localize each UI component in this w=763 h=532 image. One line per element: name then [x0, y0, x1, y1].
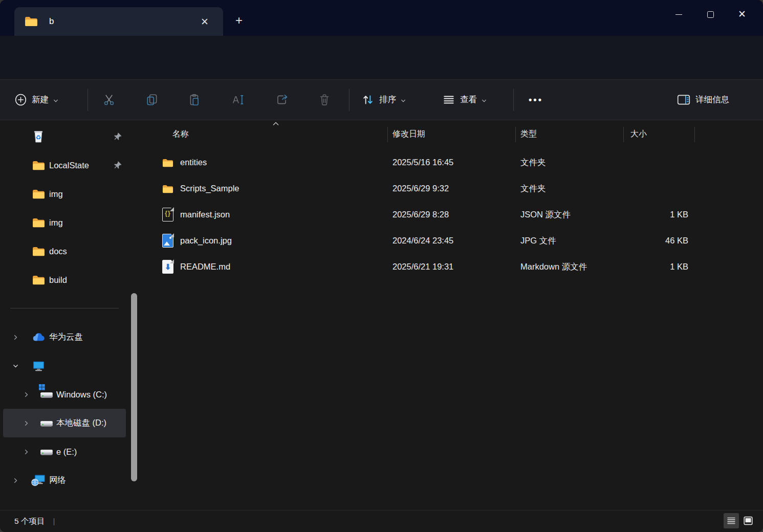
- file-size: 46 KB: [623, 236, 694, 246]
- copy-icon: [145, 93, 159, 106]
- new-button[interactable]: 新建: [14, 80, 58, 120]
- list-view-icon: [726, 515, 737, 526]
- file-size: 1 KB: [623, 262, 694, 272]
- chevron-right-icon[interactable]: [13, 478, 18, 483]
- sidebar-item-label: img: [49, 218, 63, 228]
- sort-button[interactable]: 排序: [361, 80, 406, 120]
- folder-icon: [32, 189, 45, 199]
- sidebar-item-label: LocalState: [49, 161, 89, 170]
- maximize-button[interactable]: [694, 0, 726, 29]
- file-explorer-window: b ✕ + ✕ ··· AddOn ModSAPI-Sample b: [0, 0, 763, 532]
- thumbnail-view-icon: [743, 515, 754, 526]
- new-tab-button[interactable]: +: [235, 13, 243, 28]
- window-controls: ✕: [663, 0, 758, 29]
- chevron-down-icon[interactable]: [13, 363, 18, 369]
- file-name: README.md: [180, 262, 230, 272]
- column-header-name[interactable]: 名称: [143, 123, 387, 145]
- column-label: 修改日期: [393, 129, 425, 140]
- sidebar-item-docs[interactable]: docs: [0, 237, 127, 265]
- minimize-button[interactable]: [663, 0, 694, 29]
- clipboard-icon: [188, 93, 201, 106]
- icons-view-toggle[interactable]: [740, 513, 756, 528]
- column-label: 大小: [630, 129, 647, 140]
- column-label: 类型: [520, 129, 537, 140]
- this-pc-monitor-icon: [32, 360, 45, 372]
- share-icon: [275, 93, 289, 106]
- details-pane-button[interactable]: 详细信息: [677, 80, 729, 120]
- sidebar-item-this-pc[interactable]: [0, 351, 127, 380]
- cut-button[interactable]: [99, 90, 119, 110]
- drive-icon: [39, 416, 54, 430]
- column-divider[interactable]: [623, 127, 624, 142]
- close-button[interactable]: ✕: [726, 0, 758, 29]
- share-button[interactable]: [272, 90, 292, 110]
- paste-button[interactable]: [184, 90, 205, 110]
- column-header-type[interactable]: 类型: [515, 123, 623, 145]
- copy-button[interactable]: [142, 90, 162, 110]
- column-header-size[interactable]: 大小: [623, 123, 694, 145]
- chevron-right-icon[interactable]: [24, 392, 29, 397]
- more-options-button[interactable]: •••: [526, 90, 546, 110]
- markdown-file-icon: ⬇: [162, 260, 173, 274]
- scissors-icon: [102, 93, 116, 106]
- file-name: entities: [180, 158, 207, 167]
- view-lines-icon: [442, 93, 455, 106]
- column-divider[interactable]: [694, 127, 695, 142]
- details-button-label: 详细信息: [695, 94, 729, 105]
- file-row-readme-md[interactable]: ⬇ README.md 2025/6/21 19:31 Markdown 源文件…: [143, 254, 763, 280]
- sidebar-item-img[interactable]: img: [0, 180, 127, 208]
- file-row-scripts-sample[interactable]: Scripts_Sample 2025/6/29 9:32 文件夹: [143, 175, 763, 202]
- file-row-manifest-json[interactable]: {} manifest.json 2025/6/29 8:28 JSON 源文件…: [143, 202, 763, 228]
- chevron-right-icon[interactable]: [24, 449, 29, 455]
- file-date: 2025/6/29 8:28: [387, 210, 515, 219]
- plus-circle-icon: [14, 93, 27, 106]
- folder-icon: [162, 184, 173, 194]
- chevron-right-icon[interactable]: [24, 420, 29, 426]
- chevron-down-icon: [401, 98, 406, 103]
- file-list: 名称 修改日期 类型 大小 entities 2025/5/16 16:45 文…: [143, 121, 763, 511]
- file-name: Scripts_Sample: [180, 184, 239, 193]
- sidebar-item-label: img: [49, 189, 63, 199]
- delete-button[interactable]: [314, 90, 335, 110]
- titlebar: b ✕ + ✕: [0, 0, 763, 36]
- file-size: 1 KB: [623, 210, 694, 219]
- column-divider[interactable]: [515, 127, 516, 142]
- chevron-right-icon[interactable]: [13, 335, 18, 340]
- column-header-date[interactable]: 修改日期: [387, 123, 515, 145]
- file-type: 文件夹: [515, 157, 623, 168]
- tab-title: b: [49, 16, 54, 27]
- sidebar-item-network[interactable]: 网络: [0, 466, 127, 495]
- details-view-toggle[interactable]: [724, 513, 739, 528]
- recycle-bin-icon: [32, 130, 45, 143]
- tab-close-icon[interactable]: ✕: [197, 15, 213, 29]
- file-type: 文件夹: [515, 183, 623, 194]
- chevron-down-icon: [482, 98, 487, 103]
- folder-icon: [25, 16, 38, 27]
- item-count: 5 个项目: [14, 516, 45, 527]
- sidebar-item-build[interactable]: build: [0, 265, 127, 294]
- folder-icon: [32, 275, 45, 285]
- sidebar-scrollbar[interactable]: [131, 293, 137, 481]
- column-divider[interactable]: [387, 127, 388, 142]
- folder-icon: [162, 158, 173, 168]
- file-row-entities[interactable]: entities 2025/5/16 16:45 文件夹: [143, 149, 763, 175]
- file-row-pack-icon-jpg[interactable]: pack_icon.jpg 2024/6/24 23:45 JPG 文件 46 …: [143, 228, 763, 254]
- rename-button[interactable]: [228, 90, 248, 110]
- view-button[interactable]: 查看: [442, 80, 487, 120]
- file-type: JPG 文件: [515, 235, 623, 247]
- status-divider: |: [53, 517, 55, 526]
- status-bar: 5 个项目 |: [0, 510, 763, 532]
- sidebar-item-recycle-bin[interactable]: [0, 122, 127, 151]
- toolbar-divider: [349, 89, 350, 111]
- file-date: 2025/5/16 16:45: [387, 158, 515, 167]
- file-type: Markdown 源文件: [515, 261, 623, 273]
- sidebar-item-windows-c[interactable]: Windows (C:): [0, 380, 127, 409]
- sidebar-item-local-disk-d[interactable]: 本地磁盘 (D:): [3, 409, 126, 437]
- sidebar-item-huawei-cloud[interactable]: 华为云盘: [0, 323, 127, 351]
- folder-icon: [32, 217, 45, 228]
- sidebar-item-localstate[interactable]: LocalState: [0, 151, 127, 180]
- sidebar-item-img-2[interactable]: img: [0, 208, 127, 237]
- explorer-tab[interactable]: b ✕: [14, 7, 223, 36]
- sidebar-item-e-drive[interactable]: e (E:): [0, 437, 127, 466]
- view-button-label: 查看: [460, 94, 477, 105]
